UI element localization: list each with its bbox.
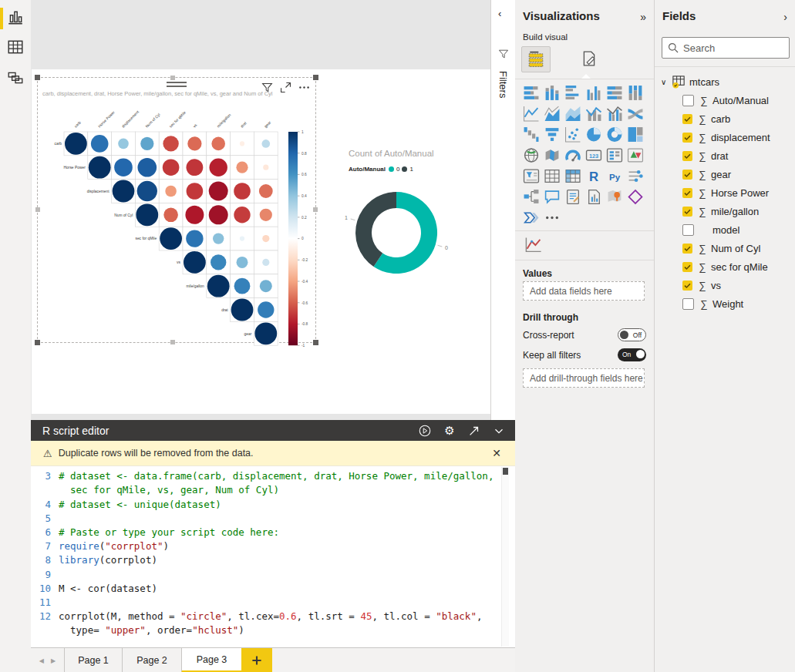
clustered-bar-chart-icon[interactable]: [564, 85, 582, 102]
resize-handle[interactable]: [170, 340, 175, 344]
resize-handle[interactable]: [313, 75, 318, 80]
more-options-icon[interactable]: [298, 81, 311, 94]
field-checkbox[interactable]: [682, 207, 692, 217]
resize-handle[interactable]: [35, 207, 40, 212]
field-checkbox[interactable]: [682, 224, 694, 236]
paginated-report-icon[interactable]: [585, 189, 603, 206]
line-and-stacked-column-chart-icon[interactable]: [585, 106, 603, 123]
python-visual-icon[interactable]: Py: [606, 168, 624, 185]
chevron-down-icon[interactable]: ∨: [661, 78, 672, 86]
collapse-fields-icon[interactable]: ›: [783, 11, 787, 23]
resize-handle[interactable]: [170, 76, 175, 80]
table-mtcars[interactable]: ∨ mtcars: [655, 72, 795, 91]
slicer-icon[interactable]: [523, 168, 541, 185]
field-checkbox[interactable]: [682, 262, 692, 272]
build-visual-tab[interactable]: [521, 46, 551, 72]
matrix-icon[interactable]: [564, 168, 582, 185]
page-tab-1[interactable]: Page 1: [64, 648, 122, 672]
stacked-bar-chart-icon[interactable]: [523, 85, 541, 102]
filled-map-icon[interactable]: [544, 147, 561, 164]
funnel-chart-icon[interactable]: [544, 126, 561, 143]
page-tab-3[interactable]: Page 3: [181, 648, 241, 672]
field-item-mile-gallon[interactable]: ∑mile/gallon: [655, 202, 795, 220]
line-chart-icon[interactable]: [523, 106, 541, 123]
resize-handle[interactable]: [313, 340, 318, 345]
script-options-gear-icon[interactable]: ⚙: [443, 424, 456, 438]
field-item-drat[interactable]: ∑drat: [655, 146, 795, 165]
q-and-a-icon[interactable]: [544, 189, 561, 206]
ribbon-chart-icon[interactable]: [627, 106, 645, 123]
focus-mode-icon[interactable]: [279, 81, 292, 94]
model-view-icon[interactable]: [7, 69, 24, 86]
key-influencers-icon[interactable]: [627, 168, 645, 185]
card-icon[interactable]: 123: [585, 147, 603, 164]
arcgis-map-icon[interactable]: [606, 189, 624, 206]
add-drill-through-fields-dropzone[interactable]: Add drill-through fields here: [523, 368, 645, 388]
report-view-icon[interactable]: [7, 9, 24, 26]
resize-handle[interactable]: [313, 207, 318, 212]
100-stacked-column-chart-icon[interactable]: [627, 85, 645, 102]
data-view-icon[interactable]: [7, 39, 24, 55]
gauge-icon[interactable]: [564, 147, 582, 164]
r-code-area[interactable]: 23# dataset <- data.frame(carb, displace…: [31, 466, 503, 647]
power-automate-icon[interactable]: [523, 210, 541, 227]
field-checkbox[interactable]: [682, 95, 694, 106]
next-page-arrow-icon[interactable]: ▶: [51, 657, 56, 664]
field-checkbox[interactable]: [682, 170, 692, 180]
edit-in-external-ide-icon[interactable]: [467, 424, 481, 438]
format-visual-tab[interactable]: [575, 46, 603, 71]
field-checkbox[interactable]: [682, 188, 692, 198]
field-item-weight[interactable]: ∑Weight: [655, 294, 795, 313]
power-apps-icon[interactable]: [627, 189, 645, 206]
map-icon[interactable]: [523, 147, 541, 164]
decomposition-tree-icon[interactable]: [523, 189, 541, 206]
r-corrplot-visual[interactable]: carb, displacement, drat, Horse Power, m…: [37, 77, 316, 343]
new-page-button[interactable]: [241, 648, 272, 672]
field-item-displacement[interactable]: ∑displacement: [655, 128, 795, 146]
resize-handle[interactable]: [35, 75, 40, 80]
filters-pane-label[interactable]: Filters: [497, 71, 509, 98]
line-and-clustered-column-chart-icon[interactable]: [606, 106, 624, 123]
field-item-horse-power[interactable]: ∑Horse Power: [655, 183, 795, 202]
scatter-chart-icon[interactable]: [564, 126, 582, 143]
keep-all-filters-toggle[interactable]: On: [618, 348, 646, 361]
field-checkbox[interactable]: [682, 151, 692, 161]
treemap-icon[interactable]: [627, 126, 645, 143]
visual-drag-grip-icon[interactable]: [165, 79, 188, 89]
run-script-icon[interactable]: [418, 424, 432, 438]
stacked-column-chart-icon[interactable]: [544, 85, 561, 102]
field-checkbox[interactable]: [682, 114, 692, 124]
field-checkbox[interactable]: [682, 281, 692, 291]
code-scrollbar[interactable]: [501, 467, 509, 647]
stacked-area-chart-icon[interactable]: [564, 106, 582, 123]
kpi-icon[interactable]: [627, 147, 645, 164]
line-chart-visual-icon[interactable]: [524, 236, 543, 254]
smart-narrative-icon[interactable]: [564, 189, 582, 206]
add-data-fields-dropzone[interactable]: Add data fields here: [523, 281, 645, 301]
fields-search-input[interactable]: Search: [662, 37, 790, 59]
clustered-column-chart-icon[interactable]: [585, 85, 603, 102]
more-visuals-icon[interactable]: [544, 210, 561, 227]
field-item-model[interactable]: model: [655, 220, 795, 239]
field-item-vs[interactable]: ∑vs: [655, 276, 795, 294]
field-item-auto-manual[interactable]: ∑Auto/Manual: [655, 91, 795, 109]
resize-handle[interactable]: [35, 340, 40, 345]
area-chart-icon[interactable]: [544, 106, 561, 123]
field-checkbox[interactable]: [682, 298, 694, 310]
field-item-gear[interactable]: ∑gear: [655, 165, 795, 183]
collapse-visualizations-icon[interactable]: »: [640, 11, 646, 23]
field-checkbox[interactable]: [682, 133, 692, 143]
multi-row-card-icon[interactable]: [606, 147, 624, 164]
page-tab-2[interactable]: Page 2: [122, 648, 181, 672]
donut-chart-visual[interactable]: Count of Auto/Manual Auto/Manual 01 01: [330, 143, 494, 294]
pie-chart-icon[interactable]: [585, 126, 603, 143]
field-checkbox[interactable]: [682, 244, 692, 254]
donut-chart-icon[interactable]: [606, 126, 624, 143]
prev-page-arrow-icon[interactable]: ◀: [39, 657, 44, 664]
close-warning-icon[interactable]: ✕: [492, 447, 501, 459]
waterfall-chart-icon[interactable]: [523, 126, 541, 143]
r-script-visual-icon[interactable]: R: [585, 168, 603, 185]
table-icon[interactable]: [544, 168, 561, 185]
100-stacked-bar-chart-icon[interactable]: [606, 85, 624, 102]
field-item-carb[interactable]: ∑carb: [655, 109, 795, 128]
